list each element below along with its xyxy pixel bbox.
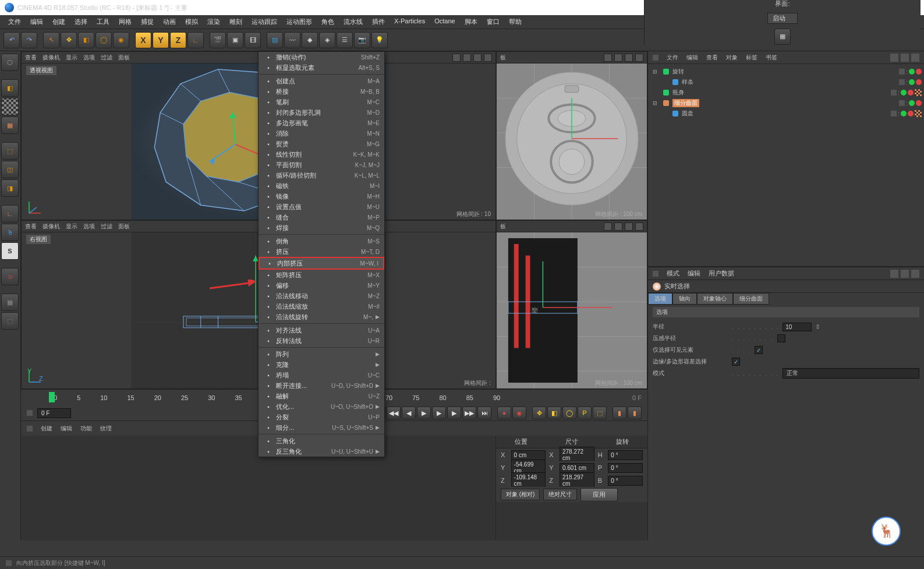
menu-创建[interactable]: 创建	[48, 16, 70, 27]
ctx-item[interactable]: ▪创建点M~A	[259, 76, 384, 86]
attr-radius-input[interactable]: 10	[783, 323, 812, 331]
undo-button[interactable]: ↶	[3, 32, 20, 48]
attr-menu-mode[interactable]: 模式	[667, 269, 679, 278]
menu-渲染[interactable]: 渲染	[203, 16, 225, 27]
coord-mode-select[interactable]: 对象 (相对)	[501, 489, 540, 500]
select-tool[interactable]: ↖	[43, 32, 59, 48]
tree-row[interactable]: 瓶身:	[650, 87, 922, 98]
ctx-item[interactable]: ▪矩阵挤压M~X	[259, 270, 384, 280]
menu-脚本[interactable]: 脚本	[460, 16, 482, 27]
vp-menu-panel[interactable]: 面板	[118, 54, 130, 62]
vp-menu-camera[interactable]: 摄像机	[43, 54, 60, 62]
vp-menu-options[interactable]: 选项	[83, 222, 95, 231]
ctx-item[interactable]: ▪克隆▶	[259, 359, 384, 370]
recent-tool[interactable]: ◉	[113, 32, 129, 48]
ctx-item[interactable]: ▪撤销(动作)Shift+Z	[259, 52, 384, 62]
render-button[interactable]: 🎬	[210, 32, 226, 48]
vp-menu-options[interactable]: 选项	[83, 54, 95, 62]
ctx-item[interactable]: ▪优化...U~O, U~Shift+O▶	[259, 401, 384, 412]
deformer-button[interactable]: ◈	[319, 32, 335, 48]
vp-nav-icon[interactable]	[614, 54, 622, 62]
record-button[interactable]: ●	[497, 407, 511, 419]
axis-mode-button[interactable]: ∟	[1, 205, 19, 222]
coord-system-button[interactable]: ∟	[187, 32, 204, 48]
model-mode-button[interactable]: ◧	[1, 79, 19, 97]
coord-h-rot[interactable]: 0 °	[608, 450, 643, 460]
vp-nav-icon[interactable]	[484, 54, 492, 62]
coord-y-size[interactable]: 0.601 cm	[560, 463, 594, 473]
attr-pressure-checkbox[interactable]	[777, 334, 785, 342]
keyframe-button[interactable]: ▮	[613, 407, 626, 419]
ctx-item[interactable]: ▪沿法线移动M~Z	[259, 291, 384, 301]
attr-tab-axis[interactable]: 轴向	[672, 293, 697, 305]
workplane-lock2-button[interactable]: ⬚	[1, 312, 19, 330]
ctx-item[interactable]: ▪对齐法线U~A	[259, 325, 384, 335]
scale-tool[interactable]: ◧	[78, 32, 94, 48]
spline-button[interactable]: 〰	[284, 32, 300, 48]
attr-tab-options[interactable]: 选项	[648, 293, 672, 305]
vp-menu-view[interactable]: 查看	[25, 222, 37, 231]
timeline-marker[interactable]	[49, 392, 55, 402]
ctx-item[interactable]: ▪沿法线缩放M~#	[259, 301, 384, 312]
attr-tab-objaxis[interactable]: 对象轴心	[697, 293, 733, 305]
ctx-item[interactable]: ▪反三角化U~U, U~Shift+U▶	[259, 446, 384, 457]
key-pos-button[interactable]: ✥	[532, 407, 546, 419]
viewport-front[interactable]: 板 楼 网格间距 : 100 cm	[496, 220, 647, 389]
snap-button[interactable]: S	[1, 242, 19, 260]
ctx-item[interactable]: ▪偏移M~Y	[259, 280, 384, 291]
vp-nav-icon[interactable]	[625, 54, 633, 62]
magnet-button[interactable]: ⊃	[1, 268, 19, 285]
key-pla-button[interactable]: ⬚	[593, 407, 607, 419]
render-region-button[interactable]: ▣	[227, 32, 243, 48]
vp-nav-icon[interactable]	[625, 222, 633, 231]
ctx-item[interactable]: ▪坍塌U~C	[259, 370, 384, 380]
frame-start[interactable]: 0 F	[37, 408, 71, 418]
menu-流水线[interactable]: 流水线	[339, 16, 367, 27]
viewport-solo-button[interactable]: 🖱	[1, 224, 19, 241]
coord-size-select[interactable]: 绝对尺寸	[543, 489, 577, 500]
key-rot-button[interactable]: ◯	[562, 407, 576, 419]
menu-模拟[interactable]: 模拟	[180, 16, 203, 27]
axis-x-button[interactable]: X	[135, 32, 151, 48]
menu-编辑[interactable]: 编辑	[26, 16, 48, 27]
ctx-item[interactable]: ▪缝合M~P	[259, 212, 384, 222]
rotate-tool[interactable]: ◯	[95, 32, 112, 48]
tree-row[interactable]: 样条:	[650, 77, 922, 87]
mat-menu-func[interactable]: 功能	[80, 425, 92, 433]
menu-窗口[interactable]: 窗口	[482, 16, 504, 27]
ctx-item[interactable]: ▪镜像M~H	[259, 191, 384, 202]
obj-path-icon[interactable]	[911, 54, 919, 62]
tree-row[interactable]: ⊟旋转:	[650, 66, 922, 77]
menu-帮助[interactable]: 帮助	[504, 16, 526, 27]
vp-panel-label[interactable]: 板	[500, 54, 506, 62]
vp-nav-icon[interactable]	[604, 222, 612, 231]
keyframe2-button[interactable]: ▮	[628, 407, 642, 419]
ctx-item[interactable]: ▪循环/路径切割K~L, M~L	[259, 170, 384, 181]
mat-menu-create[interactable]: 创建	[41, 425, 52, 433]
menu-雕刻[interactable]: 雕刻	[225, 16, 247, 27]
obj-menu-tags[interactable]: 标签	[746, 54, 757, 62]
obj-menu-file[interactable]: 文件	[667, 54, 678, 62]
mat-menu-edit[interactable]: 编辑	[61, 425, 72, 433]
prev-frame-button[interactable]: ◀	[402, 407, 416, 419]
tree-row[interactable]: ⊟细分曲面:	[650, 98, 922, 108]
next-frame-button[interactable]: ▶	[447, 407, 461, 419]
vp-nav-icon[interactable]	[635, 222, 643, 231]
environment-button[interactable]: ☰	[337, 32, 353, 48]
generator-button[interactable]: ◆	[302, 32, 318, 48]
menu-动画[interactable]: 动画	[158, 16, 180, 27]
interface-dropdown[interactable]: 启动	[767, 13, 798, 24]
ctx-item[interactable]: ▪分裂U~P	[259, 412, 384, 422]
axis-y-button[interactable]: Y	[153, 32, 169, 48]
vp-menu-camera[interactable]: 摄像机	[43, 222, 60, 231]
obj-filter-icon[interactable]	[901, 54, 909, 62]
menu-插件[interactable]: 插件	[367, 16, 390, 27]
vp-menu-display[interactable]: 显示	[66, 54, 77, 62]
ctx-item[interactable]: ▪线性切割K~K, M~K	[259, 149, 384, 160]
axis-z-button[interactable]: Z	[170, 32, 186, 48]
attr-menu-edit[interactable]: 编辑	[688, 269, 700, 278]
ctx-item[interactable]: ▪磁铁M~I	[259, 181, 384, 191]
vp-menu-panel[interactable]: 面板	[118, 222, 130, 231]
obj-menu-object[interactable]: 对象	[726, 54, 738, 62]
ctx-item[interactable]: ▪沿法线旋转M~,▶	[259, 312, 384, 322]
